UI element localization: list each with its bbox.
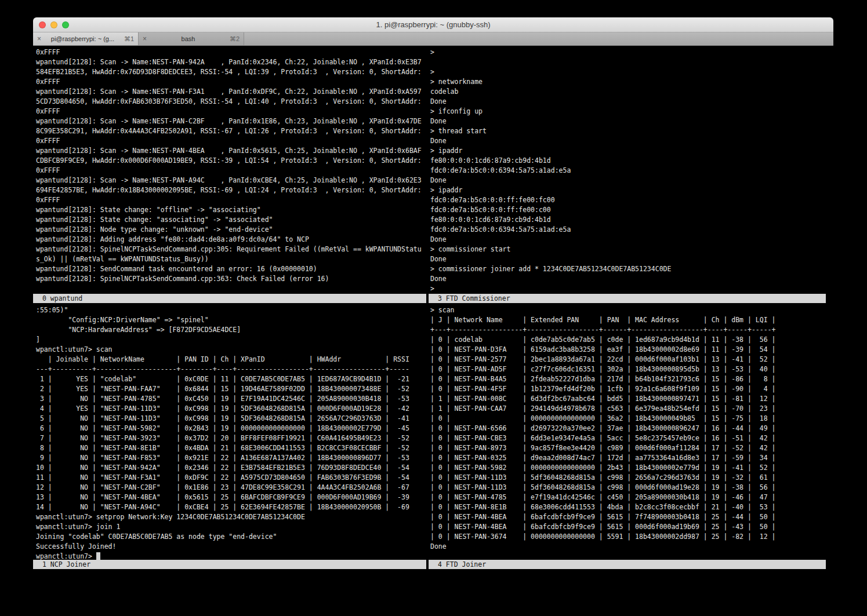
text-cursor bbox=[96, 552, 100, 560]
pane-wpantund-output[interactable]: 0xFFFF wpantund[2128]: Scan -> Name:NEST… bbox=[33, 46, 426, 294]
pane-status-label: 0 wpantund bbox=[42, 294, 82, 302]
empty-terminal-area bbox=[33, 569, 426, 616]
close-button[interactable] bbox=[39, 21, 46, 28]
tab-close-icon[interactable]: × bbox=[143, 35, 147, 43]
pane-ftd-joiner: > scan | J | Network Name | Extended PAN… bbox=[429, 303, 826, 569]
terminal-window: 1. pi@raspberrypi: ~ (gnubby-ssh) × pi@r… bbox=[33, 17, 833, 616]
pane-status-label: 4 FTD Joiner bbox=[438, 560, 486, 568]
pane-ncp-joiner: :55:05)" "Config:NCP:DriverName" => "spi… bbox=[33, 303, 426, 569]
pane-status-label: 3 FTD Commissioner bbox=[438, 294, 510, 302]
desktop-background: 1. pi@raspberrypi: ~ (gnubby-ssh) × pi@r… bbox=[0, 0, 867, 616]
pane-ncp-joiner-statusbar: 1 NCP Joiner bbox=[33, 560, 426, 569]
pane-ftd-commissioner-statusbar: 3 FTD Commissioner bbox=[429, 294, 826, 303]
window-titlebar[interactable]: 1. pi@raspberrypi: ~ (gnubby-ssh) bbox=[33, 17, 833, 32]
pane-ncp-joiner-output[interactable]: :55:05)" "Config:NCP:DriverName" => "spi… bbox=[33, 303, 426, 560]
tab-terminal-1[interactable]: × pi@raspberrypi: ~ (g... ⌘1 bbox=[33, 32, 139, 45]
tab-label: pi@raspberrypi: ~ (g... bbox=[45, 35, 121, 42]
tab-close-icon[interactable]: × bbox=[37, 35, 41, 43]
pane-wpantund: 0xFFFF wpantund[2128]: Scan -> Name:NEST… bbox=[33, 46, 426, 303]
pane-ftd-joiner-statusbar: 4 FTD Joiner bbox=[429, 560, 826, 569]
empty-terminal-area bbox=[429, 569, 826, 616]
pane-ftd-commissioner: > > > networkname codelab Done > ifconfi… bbox=[429, 46, 826, 303]
tab-terminal-2[interactable]: × bash ⌘2 bbox=[139, 32, 244, 45]
pane-ftd-joiner-output[interactable]: > scan | J | Network Name | Extended PAN… bbox=[429, 303, 826, 560]
minimize-button[interactable] bbox=[50, 21, 57, 28]
window-title: 1. pi@raspberrypi: ~ (gnubby-ssh) bbox=[376, 20, 490, 29]
zoom-button[interactable] bbox=[62, 21, 69, 28]
tab-shortcut: ⌘2 bbox=[230, 35, 240, 43]
tab-label: bash bbox=[150, 35, 226, 42]
pane-wpantund-statusbar: 0 wpantund bbox=[33, 294, 426, 303]
terminal-area: 0xFFFF wpantund[2128]: Scan -> Name:NEST… bbox=[33, 46, 833, 616]
left-pane-column: 0xFFFF wpantund[2128]: Scan -> Name:NEST… bbox=[33, 46, 426, 616]
tab-bar: × pi@raspberrypi: ~ (g... ⌘1 × bash ⌘2 bbox=[33, 32, 833, 46]
tab-shortcut: ⌘1 bbox=[124, 35, 134, 43]
pane-status-label: 1 NCP Joiner bbox=[42, 560, 90, 568]
pane-ftd-commissioner-output[interactable]: > > > networkname codelab Done > ifconfi… bbox=[429, 46, 826, 294]
right-pane-column: > > > networkname codelab Done > ifconfi… bbox=[429, 46, 833, 616]
traffic-lights bbox=[39, 17, 69, 32]
